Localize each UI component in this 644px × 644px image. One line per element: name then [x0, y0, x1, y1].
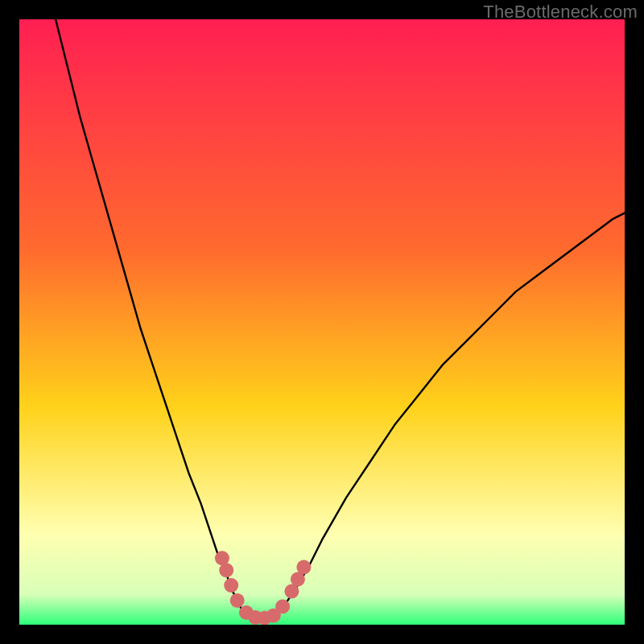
gradient-background: [19, 19, 625, 625]
curve-marker: [224, 578, 238, 592]
chart-frame: [19, 19, 625, 625]
curve-marker: [219, 563, 233, 577]
curve-marker: [296, 560, 311, 575]
curve-marker: [275, 599, 290, 613]
bottleneck-chart: [19, 19, 625, 625]
curve-marker: [230, 593, 245, 608]
